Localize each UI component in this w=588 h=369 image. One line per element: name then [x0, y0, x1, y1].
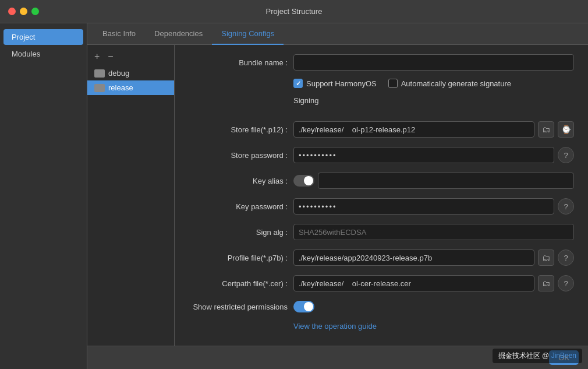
key-password-row: Key password : ? [189, 198, 574, 215]
sidebar-item-project[interactable]: Project [3, 29, 83, 45]
tab-signing-configs[interactable]: Signing Configs [212, 23, 284, 45]
show-restricted-toggle-knob [304, 302, 313, 311]
sign-alg-label: Sign alg : [189, 228, 288, 237]
profile-file-label: Profile file(*.p7b) : [189, 254, 288, 262]
key-alias-input[interactable] [318, 173, 574, 189]
certpath-file-help-button[interactable]: ? [558, 275, 574, 291]
watermark: 掘金技术社区 @ JinBeen [493, 349, 582, 363]
bundle-name-input[interactable] [293, 54, 574, 71]
key-password-label: Key password : [189, 202, 288, 211]
release-icon [94, 84, 105, 92]
config-toolbar: + − [87, 50, 174, 66]
signing-section: Signing [189, 96, 574, 112]
checkbox-row: Support HarmonyOS Automatically generate… [293, 79, 574, 88]
key-alias-input-group [293, 173, 574, 189]
bundle-name-label: Bundle name : [189, 58, 288, 67]
certpath-file-browse-button[interactable]: 🗂 [538, 275, 554, 291]
sign-alg-input[interactable] [293, 224, 574, 240]
sidebar-item-modules[interactable]: Modules [3, 46, 83, 62]
certpath-file-input[interactable] [293, 275, 534, 291]
store-file-input-group: 🗂 ⌚ [293, 121, 574, 138]
sign-alg-row: Sign alg : [189, 224, 574, 240]
view-guide-link[interactable]: View the operation guide [293, 322, 377, 331]
form-area: Bundle name : Support HarmonyOS Automati… [175, 45, 588, 346]
store-file-scan-button[interactable]: ⌚ [558, 121, 574, 138]
key-password-input[interactable] [293, 198, 554, 215]
tab-basic-info[interactable]: Basic Info [93, 23, 145, 45]
config-item-debug[interactable]: debug [87, 66, 174, 80]
profile-file-row: Profile file(*.p7b) : 🗂 ? [189, 249, 574, 266]
sidebar: Project Modules [0, 23, 87, 369]
support-harmonyos-checkbox[interactable]: Support HarmonyOS [293, 79, 377, 88]
tabs-bar: Basic Info Dependencies Signing Configs [87, 23, 588, 45]
auto-generate-label: Automatically generate signature [401, 79, 511, 88]
main-layout: Project Modules Basic Info Dependencies … [0, 23, 588, 369]
store-file-label: Store file(*.p12) : [189, 125, 288, 134]
profile-file-browse-button[interactable]: 🗂 [538, 249, 554, 266]
minimize-button[interactable] [20, 8, 27, 15]
config-item-release[interactable]: release [87, 80, 174, 95]
view-guide-row: View the operation guide [189, 322, 574, 331]
store-file-input[interactable] [293, 121, 534, 138]
bundle-name-row: Bundle name : [189, 54, 574, 71]
key-alias-toggle-knob [304, 176, 313, 185]
add-config-button[interactable]: + [92, 52, 102, 61]
key-alias-toggle[interactable] [293, 175, 314, 187]
tab-dependencies[interactable]: Dependencies [145, 23, 212, 45]
support-harmonyos-check-icon[interactable] [293, 79, 303, 88]
key-password-help-button[interactable]: ? [558, 198, 574, 215]
panel: + − debug release Bundle name : [87, 45, 588, 346]
auto-generate-check-icon[interactable] [388, 79, 398, 88]
certpath-file-label: Certpath file(*.cer) : [189, 279, 288, 288]
show-restricted-toggle[interactable] [293, 301, 314, 312]
store-password-label: Store password : [189, 151, 288, 160]
certpath-file-row: Certpath file(*.cer) : 🗂 ? [189, 275, 574, 291]
show-restricted-label: Show restricted permissions [189, 303, 288, 311]
certpath-file-input-group: 🗂 ? [293, 275, 574, 291]
key-password-input-group: ? [293, 198, 574, 215]
store-password-input[interactable] [293, 147, 554, 163]
titlebar: Project Structure [0, 0, 588, 23]
debug-icon [94, 69, 105, 78]
remove-config-button[interactable]: − [105, 52, 115, 61]
store-file-row: Store file(*.p12) : 🗂 ⌚ [189, 121, 574, 138]
show-restricted-row: Show restricted permissions [189, 301, 574, 312]
maximize-button[interactable] [31, 8, 39, 15]
profile-file-input[interactable] [293, 249, 534, 266]
store-file-browse-button[interactable]: 🗂 [538, 121, 554, 138]
window-title: Project Structure [266, 7, 323, 16]
store-password-row: Store password : ? [189, 147, 574, 163]
content-area: Basic Info Dependencies Signing Configs … [87, 23, 588, 369]
key-alias-label: Key alias : [189, 177, 288, 185]
config-list: + − debug release [87, 45, 175, 346]
signing-title: Signing [293, 96, 318, 105]
profile-file-input-group: 🗂 ? [293, 249, 574, 266]
support-harmonyos-label: Support HarmonyOS [306, 79, 377, 88]
profile-file-help-button[interactable]: ? [558, 249, 574, 266]
key-alias-row: Key alias : [189, 173, 574, 189]
close-button[interactable] [8, 8, 16, 15]
store-password-help-button[interactable]: ? [558, 147, 574, 163]
auto-generate-checkbox[interactable]: Automatically generate signature [388, 79, 511, 88]
store-password-input-group: ? [293, 147, 574, 163]
titlebar-buttons [8, 8, 39, 15]
